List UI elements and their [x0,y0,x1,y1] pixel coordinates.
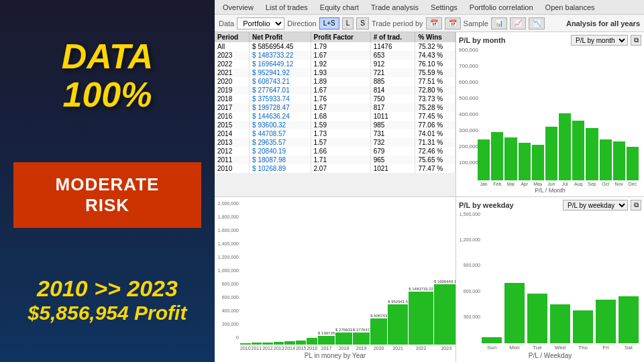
bar [586,128,598,180]
weekday-x-label: Tue [533,345,542,351]
data-table-section: Period Net Profit Profit Factor # of tra… [215,32,456,197]
bar-wrap: Jul [559,113,571,186]
yearly-bar-wrap: $ 2759332018 [335,328,352,351]
col-pct-wins: % Wins [415,32,455,42]
yearly-bar-wrap: $ 952941.52021 [388,300,408,351]
weekday-y-label: 1,500,000 [459,212,480,217]
col-period: Period [215,32,250,42]
bar [559,113,571,180]
yearly-bar-wrap: 2010 [240,343,251,351]
nav-overview[interactable]: Overview [217,2,259,13]
sample-bar-btn[interactable]: 📉 [529,17,545,29]
nav-equity-chart[interactable]: Equity chart [315,2,364,13]
weekday-bar-wrap: Wed [550,304,570,351]
yearly-y-label: 1,200,000 [217,255,239,259]
yearly-bar-wrap: 2015 [296,340,307,351]
table-row: 2011$ 18087.981.7196575.65 % [215,156,455,164]
yearly-x-label: 2017 [321,346,332,351]
bar-x-label: Jan [480,182,487,186]
bar-wrap: Jun [545,127,557,186]
weekday-x-label: Fri [602,345,608,351]
yearly-bar-wrap: 2011 [252,342,262,351]
weekday-chart-copy-btn[interactable]: ⧉ [631,200,641,210]
col-net-profit: Net Profit [250,32,311,42]
nav-open-balances[interactable]: Open balances [540,2,600,13]
weekday-y-label: 300,000 [459,314,480,319]
bar-x-label: Aug [574,182,582,186]
data-select[interactable]: Portfolio [237,17,284,29]
yearly-bar-value: $ 952941.5 [388,300,408,304]
y-axis-label: 800,000 [459,47,476,53]
yearly-bar [284,341,295,345]
bar [504,137,517,180]
yearly-bar [252,343,262,345]
bar [519,143,531,180]
y-axis-label: 100,000 [459,160,476,166]
y-axis-label: 600,000 [459,79,476,85]
yearly-bar [353,333,370,345]
yearly-bar-area: 2,000,0001,800,0001,600,0001,400,0001,20… [217,201,453,351]
table-row: 2018$ 375933.741.7675073.73 % [215,95,455,103]
yearly-bar-wrap: $ 1483733.222022 [409,287,433,351]
yearly-bar-wrap: 2013 [274,341,284,351]
yearly-bar [318,336,335,345]
direction-l-btn[interactable]: L [342,17,354,29]
monthly-chart-header: P/L by month P/L by month ⧉ [459,35,641,46]
yearly-y-label: 1,000,000 [217,268,239,273]
weekday-y-label: 900,000 [459,263,480,267]
trade-period-btn1[interactable]: 📅 [426,17,442,29]
weekday-bar-wrap: Mon [504,283,525,351]
sample-chart-btn[interactable]: 📊 [491,17,507,29]
monthly-chart-select[interactable]: P/L by month [571,35,628,46]
table-row: All$ 5856954.451.791147675.32 % [215,42,455,51]
trade-period-btn2[interactable]: 📅 [445,17,461,29]
yearly-bar [307,338,317,345]
table-row: 2020$ 608743.211.8988577.51 % [215,77,455,86]
monthly-chart: P/L by month P/L by month ⧉ 800,000700,0… [456,32,644,197]
weekday-chart-select[interactable]: P/L by weekday [563,200,628,210]
table-row: 2015$ 93600.321.5998577.06 % [215,121,455,129]
yearly-bar [240,343,251,345]
direction-s-btn[interactable]: S [356,17,369,29]
bar-x-label: Feb [493,182,501,186]
sample-line-btn[interactable]: 📈 [510,17,526,29]
nav-portfolio-correlation[interactable]: Portfolio correlation [464,2,539,13]
table-row: 2014$ 44708.571.7373174.01 % [215,129,455,138]
date-range: 2010 >> 2023 $5,856,954 Profit [28,276,187,324]
bar-x-label: Jul [562,182,568,186]
yearly-bar-wrap: 2014 [284,341,295,351]
yearly-y-label: 1,400,000 [217,241,239,246]
yearly-x-label: 2022 [416,346,427,351]
nav-trade-analysis[interactable]: Trade analysis [366,2,424,13]
direction-ls-btn[interactable]: L+S [319,17,339,29]
yearly-x-label: 2016 [307,346,317,351]
table-row: 2012$ 20840.191.6667972.46 % [215,147,455,156]
y-axis-label: 500,000 [459,95,476,101]
yearly-bar-value: $ 608743 [370,314,387,318]
weekday-x-label: Sun [487,345,496,351]
yearly-x-label: 2014 [284,346,295,351]
yearly-bar-wrap: $ 1696449.122023 [434,280,456,351]
yearly-bar [388,304,408,345]
table-row: 2019$ 277647.011.6781472.80 % [215,86,455,95]
bar-wrap: Dec [627,147,639,186]
monthly-y-axis: 800,000700,000600,000500,000400,000300,0… [459,47,478,176]
table-row: 2021$ 952941.921.9372175.59 % [215,68,455,77]
bar-wrap: May [532,145,544,186]
monthly-chart-copy-btn[interactable]: ⧉ [631,35,641,46]
weekday-bar [619,296,639,343]
yearly-bar [409,292,433,345]
weekday-chart-title: P/L by weekday [459,201,514,209]
yearly-y-label: 400,000 [217,308,239,313]
yearly-y-label: 1,800,000 [217,215,239,219]
weekday-x-label: Thu [578,345,588,351]
bar [627,147,639,180]
yearly-y-label: 2,000,000 [217,201,239,206]
bar-wrap: Oct [600,139,612,186]
bar-x-label: Oct [602,182,609,186]
nav-settings[interactable]: Settings [425,2,463,13]
weekday-y-axis: 1,500,0001,200,000900,000600,000300,000 [459,212,482,340]
weekday-x-label: Mon [509,345,520,351]
weekday-chart-header: P/L by weekday P/L by weekday ⧉ [459,200,641,210]
nav-list-of-trades[interactable]: List of trades [260,2,313,13]
